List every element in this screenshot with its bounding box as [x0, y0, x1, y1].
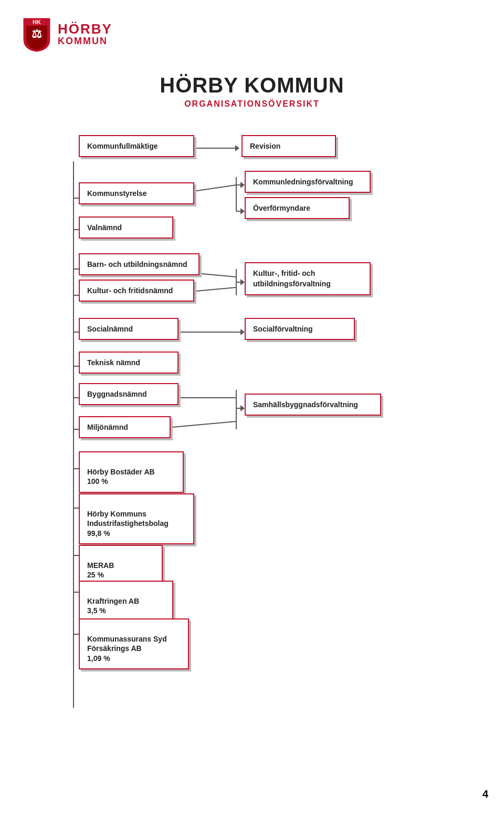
kultur-fritid-forvaltning-box: Kultur-, fritid- och utbildningsförvaltn… — [245, 262, 371, 295]
logo-shield-icon: ⚖ HK — [21, 16, 52, 53]
horby-bostader-box: Hörby Bostäder AB 100 % — [79, 451, 184, 493]
miljonamnd-box: Miljönämnd — [79, 416, 171, 438]
overfurmyndare-box: Överförmyndare — [245, 197, 350, 219]
kraftringen-box: Kraftringen AB 3,5 % — [79, 581, 173, 622]
header: ⚖ HK HÖRBY KOMMUN — [10, 11, 494, 58]
merab-box: MERAB 25 % — [79, 545, 163, 586]
logo: ⚖ HK HÖRBY KOMMUN — [21, 16, 112, 53]
kommunfullmaktige-box: Kommunfullmäktige — [79, 135, 194, 157]
logo-name-bottom: KOMMUN — [58, 36, 112, 47]
revision-box: Revision — [242, 135, 336, 157]
svg-marker-35 — [240, 329, 245, 335]
socialnamnd-box: Socialnämnd — [79, 318, 178, 340]
socialforvaltning-box: Socialförvaltning — [245, 318, 355, 340]
kommunledning-box: Kommunledningsförvaltning — [245, 171, 371, 193]
barn-utbildning-box: Barn- och utbildningsnämnd — [79, 253, 200, 275]
logo-name-top: HÖRBY — [58, 22, 112, 36]
kultur-fritid-namnd-box: Kultur- och fritidsnämnd — [79, 280, 194, 302]
svg-marker-33 — [240, 208, 245, 214]
svg-marker-31 — [235, 145, 239, 151]
main-title: HÖRBY KOMMUN — [10, 74, 494, 97]
kommunassurans-box: Kommunassurans Syd Försäkrings AB 1,09 % — [79, 618, 189, 669]
title-section: HÖRBY KOMMUN ORGANISATIONSÖVERSIKT — [10, 74, 494, 109]
svg-marker-34 — [240, 279, 245, 285]
org-chart: Kommunfullmäktige Revision Kommunstyrels… — [10, 130, 494, 760]
svg-text:⚖: ⚖ — [32, 27, 42, 40]
svg-marker-36 — [240, 405, 245, 411]
horby-industri-box: Hörby Kommuns Industrifastighetsbolag 99… — [79, 493, 194, 544]
svg-marker-32 — [240, 182, 245, 188]
svg-text:HK: HK — [33, 19, 41, 25]
samhallsbyggnad-box: Samhällsbyggnadsförvaltning — [245, 394, 381, 416]
sub-title: ORGANISATIONSÖVERSIKT — [10, 99, 494, 109]
kommunstyrelse-box: Kommunstyrelse — [79, 182, 194, 204]
page-number: 4 — [482, 788, 488, 800]
valnamnd-box: Valnämnd — [79, 216, 173, 239]
logo-text: HÖRBY KOMMUN — [58, 22, 112, 47]
byggnadsnamnd-box: Byggnadsnämnd — [79, 383, 178, 405]
teknisk-namnd-box: Teknisk nämnd — [79, 352, 178, 374]
